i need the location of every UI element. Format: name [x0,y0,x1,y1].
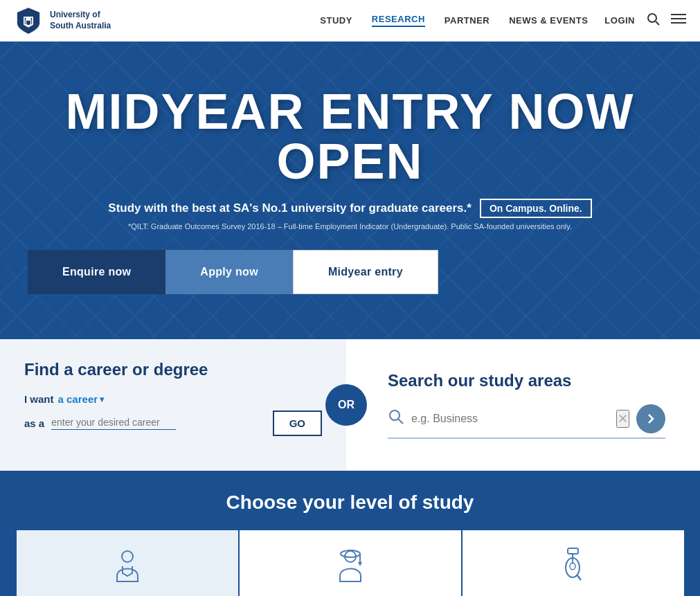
svg-point-8 [122,551,133,562]
svg-point-1 [648,14,656,22]
nav-study[interactable]: STUDY [320,15,352,26]
hero-subtitle-text: Study with the best at SA's No.1 univers… [108,201,472,215]
hero-content: MIDYEAR ENTRY NOW OPEN Study with the be… [0,87,700,294]
svg-marker-12 [358,562,362,566]
level-study-title: Choose your level of study [14,491,686,514]
career-input-row: I want a career ▾ [24,393,322,405]
nav-news-events[interactable]: NEWS & EVENTS [509,15,588,26]
svg-point-6 [390,410,400,420]
study-clear-button[interactable]: ✕ [616,410,629,428]
logo-shield-icon [14,6,43,35]
enquire-now-button[interactable]: Enquire now [28,250,165,294]
on-campus-badge: On Campus. Online. [480,199,592,218]
svg-line-2 [656,21,659,25]
nav-partner[interactable]: PARTNER [445,15,490,26]
level-cards: Undergraduate Postgraduate [14,530,686,596]
i-want-label: I want [24,393,54,405]
career-dropdown[interactable]: a career ▾ [58,393,105,405]
career-input-row2: as a GO [24,410,322,436]
chevron-down-icon: ▾ [100,395,104,404]
postgraduate-card[interactable]: Postgraduate [240,530,461,596]
find-career-title: Find a career or degree [24,360,322,379]
hero-section: MIDYEAR ENTRY NOW OPEN Study with the be… [0,42,700,339]
hero-title: MIDYEAR ENTRY NOW OPEN [28,87,672,186]
or-circle: OR [325,384,367,426]
svg-line-18 [577,575,581,580]
search-icon[interactable] [646,12,660,29]
nav-research[interactable]: RESEARCH [372,14,425,27]
nav-links: STUDY RESEARCH PARTNER NEWS & EVENTS [320,14,588,27]
chevron-right-icon [645,413,656,424]
menu-icon[interactable] [671,13,686,28]
hero-subtitle: Study with the best at SA's No.1 univers… [28,199,672,218]
hero-footnote: *QILT: Graduate Outcomes Survey 2016-18 … [28,222,672,231]
university-name: University of South Australia [50,10,111,31]
svg-rect-13 [568,548,578,554]
study-areas-title: Search our study areas [388,371,665,390]
midyear-entry-button[interactable]: Midyear entry [293,250,438,294]
svg-line-7 [399,419,404,424]
study-areas-box: Search our study areas ✕ [346,339,700,471]
as-a-label: as a [24,417,44,429]
level-study-section: Choose your level of study Undergraduate [0,471,700,596]
postgraduate-icon [333,547,368,590]
research-card[interactable]: Research [463,530,684,596]
login-button[interactable]: LOGIN [604,15,635,26]
career-text-input[interactable] [51,417,176,430]
undergraduate-icon [110,547,145,590]
hero-buttons: Enquire now Apply now Midyear entry [28,250,672,294]
study-go-button[interactable] [636,404,665,433]
go-button[interactable]: GO [273,410,322,436]
study-search-icon [388,408,404,429]
navbar: University of South Australia STUDY RESE… [0,0,700,42]
nav-actions: LOGIN [604,12,686,29]
career-dropdown-label: a career [58,393,98,405]
study-search-row: ✕ [388,404,665,439]
apply-now-button[interactable]: Apply now [165,250,293,294]
research-icon [557,547,589,590]
study-search-input[interactable] [411,413,609,425]
find-career-box: Find a career or degree I want a career … [0,339,346,471]
undergraduate-card[interactable]: Undergraduate [17,530,238,596]
search-section: Find a career or degree I want a career … [0,339,700,471]
logo[interactable]: University of South Australia [14,6,111,35]
